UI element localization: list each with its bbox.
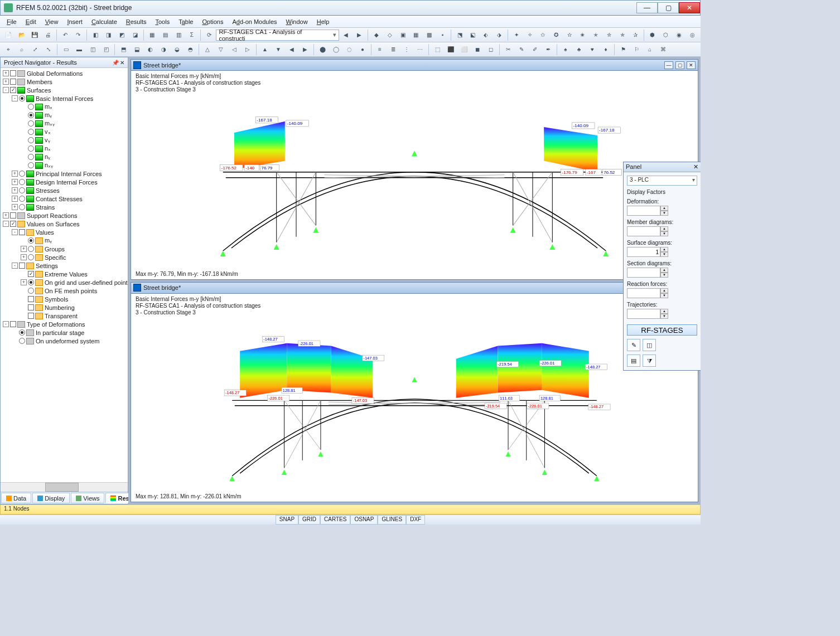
tool-new[interactable]: 📄 (2, 29, 15, 41)
tb3[interactable]: ▣ (397, 29, 409, 41)
tree-node[interactable]: On FE mesh points (1, 287, 128, 295)
spin-traj[interactable]: ▲▼ (627, 309, 697, 319)
navigator-tree[interactable]: +Global Deformations+Members-✓Surfaces-B… (1, 68, 128, 482)
status-dxf[interactable]: DXF (406, 515, 425, 525)
tree-node[interactable]: +Principal Internal Forces (1, 169, 128, 178)
menu-calculate[interactable]: Calculate (88, 17, 120, 26)
tree-node[interactable]: mᵧ (1, 111, 128, 119)
tree-node[interactable]: ✓Extreme Values (1, 270, 128, 278)
tree-node[interactable]: -Type of Deformations (1, 320, 128, 328)
tb17[interactable]: ✭ (590, 29, 602, 41)
tb12[interactable]: ✧ (524, 29, 536, 41)
doc1-close[interactable]: ✕ (687, 61, 696, 69)
panel-btn-colors[interactable]: ▤ (627, 355, 640, 367)
nav-tab-views[interactable]: Views (71, 493, 104, 503)
nav-tab-display[interactable]: Display (32, 493, 70, 503)
tree-node[interactable]: nₓ (1, 144, 128, 153)
t3g[interactable]: ⬜ (458, 43, 470, 56)
tree-node[interactable]: +Global Deformations (1, 69, 128, 77)
tb8[interactable]: ⬕ (467, 29, 479, 41)
spin-member[interactable]: ▲▼ (627, 226, 697, 236)
t3r[interactable]: ⚑ (617, 43, 629, 56)
tree-node[interactable]: +Stresses (1, 186, 128, 195)
t3k[interactable]: ✎ (515, 43, 528, 56)
navigator-hscroll[interactable] (1, 482, 128, 492)
tb23[interactable]: ◉ (673, 29, 685, 41)
tool-undo[interactable]: ↶ (59, 29, 71, 41)
tool-layers[interactable]: ▦ (146, 29, 158, 41)
t2e[interactable]: ▭ (60, 43, 72, 56)
status-snap[interactable]: SNAP (276, 515, 298, 525)
t2r[interactable]: ▷ (242, 43, 254, 56)
tb15[interactable]: ✫ (563, 29, 576, 41)
tree-node[interactable]: -Values (1, 228, 128, 236)
tree-node[interactable]: nᵧ (1, 153, 128, 161)
t3d[interactable]: ⋯ (414, 43, 426, 56)
tb1[interactable]: ◆ (370, 29, 383, 41)
menu-results[interactable]: Results (123, 17, 150, 26)
tree-node[interactable]: +Members (1, 77, 128, 86)
tool-prev[interactable]: ◀ (340, 29, 353, 41)
t2y[interactable]: ◌ (343, 43, 355, 56)
results-combo[interactable]: RF-STAGES CA1 - Analysis of constructi (216, 30, 339, 41)
t3m[interactable]: ✒ (542, 43, 554, 56)
tool-next[interactable]: ▶ (353, 29, 365, 41)
t2g[interactable]: ◫ (86, 43, 99, 56)
t2k[interactable]: ◐ (144, 43, 156, 56)
doc1-viewport[interactable]: Basic Internal Forces m-y [kNm/m]RF-STAG… (131, 71, 698, 279)
tool-section[interactable]: ▥ (172, 29, 185, 41)
tree-node[interactable]: Symbols (1, 295, 128, 303)
menu-edit[interactable]: Edit (22, 17, 40, 26)
doc1-min[interactable]: — (664, 61, 673, 69)
tool-open[interactable]: 📂 (16, 29, 28, 41)
tool-b[interactable]: ◨ (103, 29, 115, 41)
tree-node[interactable]: mᵧ (1, 236, 128, 245)
tb9[interactable]: ⬖ (480, 29, 493, 41)
t3f[interactable]: ⬛ (445, 43, 457, 56)
t2v[interactable]: ▶ (299, 43, 311, 56)
t3n[interactable]: ♠ (559, 43, 572, 56)
menu-options[interactable]: Options (199, 17, 226, 26)
t3p[interactable]: ♥ (586, 43, 598, 56)
tb19[interactable]: ✯ (616, 29, 629, 41)
navigator-close-icon[interactable]: ✕ (120, 60, 124, 66)
t2b[interactable]: ⌕ (16, 43, 28, 56)
t3s[interactable]: ⚐ (630, 43, 643, 56)
spin-surface[interactable]: ▲▼ (627, 247, 697, 257)
nav-tab-data[interactable]: Data (1, 493, 31, 503)
t2p[interactable]: ▽ (215, 43, 227, 56)
panel-loadcase-combo[interactable]: 3 - PLC (627, 176, 697, 186)
tool-d[interactable]: ◪ (129, 29, 141, 41)
tree-node[interactable]: +Strains (1, 203, 128, 211)
status-osnap[interactable]: OSNAP (350, 515, 378, 525)
tb6[interactable]: ▪ (437, 29, 449, 41)
doc2-viewport[interactable]: Basic Internal Forces m-y [kNm/m]RF-STAG… (131, 294, 698, 502)
tree-node[interactable]: In particular stage (1, 328, 128, 337)
spin-deformation[interactable]: ▲▼ (627, 206, 697, 216)
tree-node[interactable]: +On grid and user-defined point (1, 278, 128, 287)
tool-calc[interactable]: Σ (186, 29, 198, 41)
tb20[interactable]: ✰ (629, 29, 641, 41)
t3u[interactable]: ⌘ (657, 43, 669, 56)
t3e[interactable]: ⬚ (431, 43, 443, 56)
t3h[interactable]: ◼ (471, 43, 484, 56)
status-cartes[interactable]: CARTES (320, 515, 350, 525)
t2w[interactable]: ⬤ (316, 43, 329, 56)
tb7[interactable]: ⬔ (453, 29, 466, 41)
panel-close-icon[interactable]: ✕ (693, 163, 698, 171)
t2n[interactable]: ◓ (184, 43, 196, 56)
tb13[interactable]: ✩ (537, 29, 549, 41)
t3a[interactable]: ≡ (374, 43, 386, 56)
t2l[interactable]: ◑ (157, 43, 170, 56)
tb22[interactable]: ⬡ (660, 29, 672, 41)
tree-node[interactable]: -✓Values on Surfaces (1, 220, 128, 228)
doc1-max[interactable]: ▢ (675, 61, 684, 69)
tree-node[interactable]: +Groups (1, 245, 128, 253)
tree-node[interactable]: Transparent (1, 312, 128, 320)
maximize-button[interactable]: ▢ (658, 2, 679, 13)
tb2[interactable]: ◇ (384, 29, 396, 41)
t2s[interactable]: ▲ (259, 43, 271, 56)
status-grid[interactable]: GRID (298, 515, 320, 525)
t2x[interactable]: ◯ (330, 43, 342, 56)
t3q[interactable]: ♦ (600, 43, 612, 56)
